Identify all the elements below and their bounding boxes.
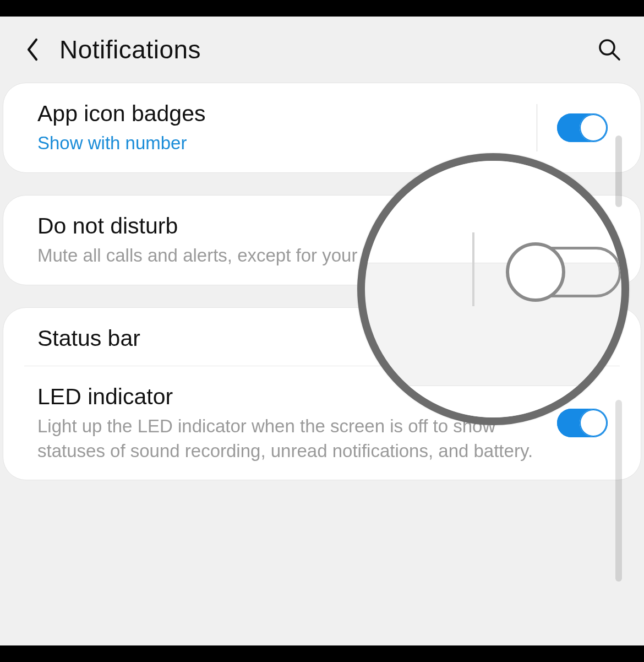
row-text: App icon badges Show with number xyxy=(37,100,521,156)
row-title: App icon badges xyxy=(37,100,521,128)
toggle-led-indicator[interactable] xyxy=(557,409,608,437)
toggle-knob xyxy=(580,114,607,142)
header-bar: Notifications xyxy=(0,17,644,83)
row-subtitle: Show with number xyxy=(37,131,521,156)
toggle-knob xyxy=(580,409,607,437)
toggle-knob-icon xyxy=(506,242,565,302)
back-button[interactable] xyxy=(19,36,46,63)
magnifier-overlay xyxy=(357,153,629,425)
scrollbar-thumb[interactable] xyxy=(615,400,622,582)
search-button[interactable] xyxy=(594,34,625,65)
search-icon xyxy=(597,37,621,62)
vertical-divider xyxy=(537,104,537,151)
scrollbar-thumb[interactable] xyxy=(615,135,622,207)
settings-screen: Notifications App icon badges Show with … xyxy=(0,17,644,645)
page-title: Notifications xyxy=(59,35,201,64)
toggle-app-icon-badges[interactable] xyxy=(557,113,608,142)
card-app-icon-badges: App icon badges Show with number xyxy=(3,83,641,173)
row-app-icon-badges[interactable]: App icon badges Show with number xyxy=(3,83,641,172)
magnified-divider xyxy=(472,232,474,306)
magnified-toggle-off xyxy=(506,242,621,302)
magnifier-content xyxy=(365,161,621,417)
chevron-left-icon xyxy=(24,37,41,62)
svg-line-1 xyxy=(613,53,619,59)
